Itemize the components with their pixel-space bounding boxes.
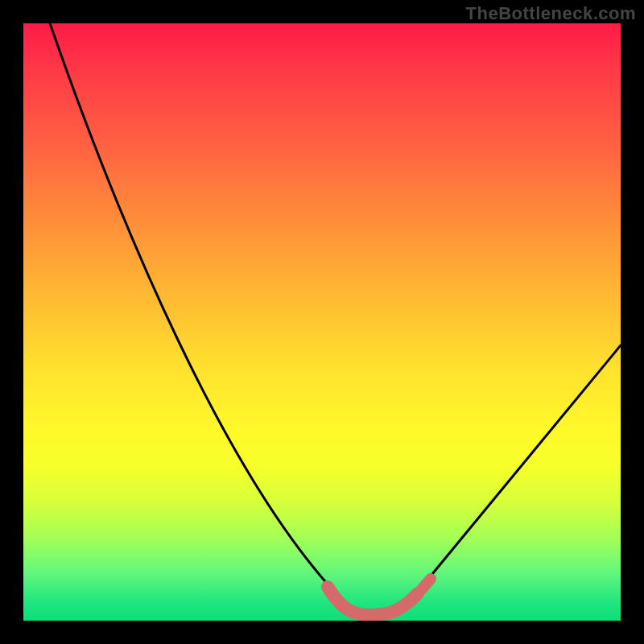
optimal-region-highlight — [328, 587, 418, 615]
watermark-text: TheBottleneck.com — [466, 3, 636, 24]
optimal-region-end-tick — [421, 579, 431, 590]
plot-area — [23, 23, 621, 621]
chart-svg — [23, 23, 621, 621]
chart-frame: TheBottleneck.com — [0, 0, 644, 644]
bottleneck-curve — [50, 23, 621, 615]
